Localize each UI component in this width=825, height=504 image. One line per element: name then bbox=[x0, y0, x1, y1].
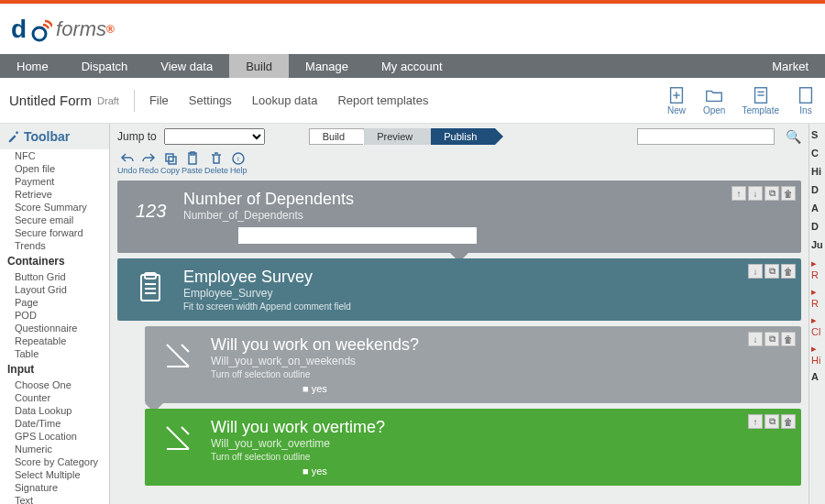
item-meta: Turn off selection outline bbox=[211, 369, 788, 379]
nav-build[interactable]: Build bbox=[229, 54, 289, 78]
toolbar-item[interactable]: Button Grid bbox=[0, 270, 109, 283]
toolbar-sidebar: Toolbar NFCOpen filePaymentRetrieveScore… bbox=[0, 124, 110, 504]
nav-viewdata[interactable]: View data bbox=[144, 54, 229, 78]
toolbar-item[interactable]: Text bbox=[0, 494, 109, 504]
new-button[interactable]: New bbox=[666, 85, 687, 115]
toolbar-item[interactable]: GPS Location bbox=[0, 430, 109, 443]
right-panel: S C Hi D A D Ju ▸ R ▸ R ▸ Cl ▸ Hi A bbox=[808, 124, 825, 504]
open-button[interactable]: Open bbox=[703, 85, 725, 115]
movedown-icon[interactable]: ↓ bbox=[748, 264, 763, 279]
redo-button[interactable]: Redo bbox=[139, 151, 160, 175]
movedown-icon[interactable]: ↓ bbox=[748, 332, 763, 346]
nav-myaccount[interactable]: My account bbox=[365, 54, 458, 78]
logo: dforms® bbox=[11, 15, 115, 44]
svg-rect-7 bbox=[800, 88, 812, 104]
sub-bar: Untitled Form Draft File Settings Lookup… bbox=[0, 78, 825, 124]
delete-button[interactable]: Delete bbox=[204, 151, 228, 175]
stage-build[interactable]: Build bbox=[309, 128, 364, 145]
option-yes: ■ yes bbox=[211, 383, 788, 394]
group-input: Input bbox=[0, 360, 109, 378]
toolbar-item[interactable]: Score by Category bbox=[0, 455, 109, 468]
toolbar-item[interactable]: POD bbox=[0, 309, 109, 322]
toolbar-item[interactable]: Secure forward bbox=[0, 226, 109, 239]
nav-market[interactable]: Market bbox=[755, 54, 825, 78]
numeric-input[interactable] bbox=[238, 227, 477, 244]
draft-badge: Draft bbox=[97, 95, 119, 106]
paste-button[interactable]: Paste bbox=[182, 151, 203, 175]
insert-button[interactable]: Ins bbox=[796, 85, 816, 115]
stage-preview[interactable]: Preview bbox=[364, 128, 431, 145]
toolbar-item[interactable]: Open file bbox=[0, 162, 109, 175]
help-button[interactable]: iHelp bbox=[230, 151, 248, 175]
svg-rect-9 bbox=[169, 157, 176, 164]
main-canvas-area: Jump to Build Preview Publish 🔍 Undo Red… bbox=[110, 124, 808, 504]
toolbar-item[interactable]: Payment bbox=[0, 175, 109, 188]
toolbar-item[interactable]: Signature bbox=[0, 481, 109, 494]
toolbar-item[interactable]: Select Multiple bbox=[0, 468, 109, 481]
toolbar-item[interactable]: Retrieve bbox=[0, 188, 109, 201]
jumpto-select[interactable] bbox=[164, 128, 265, 145]
delete-icon[interactable]: 🗑 bbox=[781, 414, 796, 429]
item-meta: Fit to screen width Append comment field bbox=[183, 301, 788, 312]
form-item-weekends[interactable]: Will you work on weekends? Will_you_work… bbox=[145, 326, 801, 403]
toolbar-item[interactable]: NFC bbox=[0, 149, 109, 162]
menu-lookup[interactable]: Lookup data bbox=[252, 93, 318, 107]
menu-settings[interactable]: Settings bbox=[189, 93, 232, 107]
item-title: Will you work overtime? bbox=[211, 418, 788, 437]
item-subtitle: Will_you_work_overtime bbox=[211, 437, 788, 450]
item-subtitle: Will_you_work_on_weekends bbox=[211, 355, 788, 367]
toolbar-item[interactable]: Secure email bbox=[0, 214, 109, 226]
toolbar-item[interactable]: Table bbox=[0, 347, 109, 360]
toolbar-header: Toolbar bbox=[0, 124, 109, 149]
toolbar-item[interactable]: Data Lookup bbox=[0, 404, 109, 417]
form-item-dependents[interactable]: 123 Number of Dependents Number_of_Depen… bbox=[117, 181, 801, 253]
search-icon[interactable]: 🔍 bbox=[786, 129, 801, 144]
toolbar-item[interactable]: Repeatable bbox=[0, 334, 109, 347]
nav-home[interactable]: Home bbox=[0, 54, 65, 78]
form-item-survey[interactable]: Employee Survey Employee_Survey Fit to s… bbox=[117, 258, 801, 321]
chooseone-icon bbox=[158, 335, 198, 376]
undo-button[interactable]: Undo bbox=[117, 151, 138, 175]
delete-icon[interactable]: 🗑 bbox=[781, 332, 796, 346]
svg-point-0 bbox=[33, 27, 46, 40]
stage-publish[interactable]: Publish bbox=[431, 128, 495, 145]
item-subtitle: Employee_Survey bbox=[183, 287, 788, 300]
movedown-icon[interactable]: ↓ bbox=[748, 186, 763, 201]
toolbar-item[interactable]: Date/Time bbox=[0, 417, 109, 430]
copy-button[interactable]: Copy bbox=[160, 151, 180, 175]
main-nav: Home Dispatch View data Build Manage My … bbox=[0, 54, 825, 78]
copy-icon[interactable]: ⧉ bbox=[764, 414, 779, 429]
svg-text:123: 123 bbox=[136, 201, 166, 221]
delete-icon[interactable]: 🗑 bbox=[781, 264, 796, 279]
toolbar-item[interactable]: Counter bbox=[0, 391, 109, 404]
toolbar-item[interactable]: Layout Grid bbox=[0, 283, 109, 296]
toolbar-item[interactable]: Page bbox=[0, 296, 109, 309]
item-meta: Turn off selection outline bbox=[211, 452, 788, 462]
group-containers: Containers bbox=[0, 252, 109, 270]
option-yes: ■ yes bbox=[211, 466, 788, 477]
copy-icon[interactable]: ⧉ bbox=[764, 186, 779, 201]
toolbar-item[interactable]: Questionnaire bbox=[0, 322, 109, 334]
menu-file[interactable]: File bbox=[149, 93, 169, 107]
menu-report[interactable]: Report templates bbox=[337, 93, 428, 107]
item-title: Employee Survey bbox=[183, 268, 788, 287]
toolbar-item[interactable]: Choose One bbox=[0, 378, 109, 391]
nav-manage[interactable]: Manage bbox=[289, 54, 365, 78]
form-item-overtime[interactable]: Will you work overtime? Will_you_work_ov… bbox=[145, 409, 801, 486]
copy-icon[interactable]: ⧉ bbox=[764, 332, 779, 346]
toolbar-item[interactable]: Score Summary bbox=[0, 201, 109, 214]
nav-dispatch[interactable]: Dispatch bbox=[65, 54, 145, 78]
copy-icon[interactable]: ⧉ bbox=[764, 264, 779, 279]
moveup-icon[interactable]: ↑ bbox=[732, 186, 746, 201]
toolbar-item[interactable]: Numeric bbox=[0, 443, 109, 455]
svg-rect-8 bbox=[166, 154, 173, 161]
delete-icon[interactable]: 🗑 bbox=[781, 186, 796, 201]
search-input[interactable] bbox=[637, 128, 775, 145]
template-button[interactable]: Template bbox=[742, 85, 779, 115]
item-subtitle: Number_of_Dependents bbox=[183, 209, 788, 222]
toolbar-item[interactable]: Trends bbox=[0, 239, 109, 252]
item-title: Will you work on weekends? bbox=[211, 335, 788, 355]
form-title: Untitled Form bbox=[9, 93, 92, 108]
moveup-icon[interactable]: ↑ bbox=[748, 414, 763, 429]
item-title: Number of Dependents bbox=[183, 190, 788, 209]
